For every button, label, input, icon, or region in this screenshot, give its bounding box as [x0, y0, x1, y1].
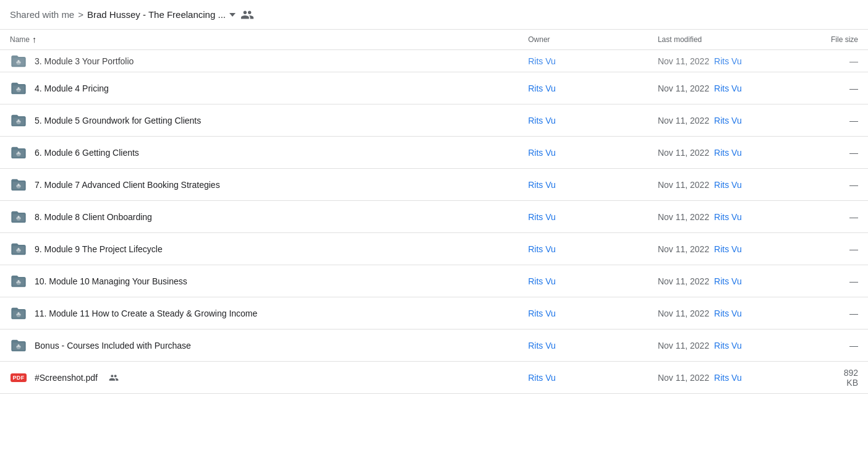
file-name[interactable]: 3. Module 3 Your Portfolio — [35, 56, 134, 66]
table-row[interactable]: 7. Module 7 Advanced Client Booking Stra… — [0, 169, 868, 201]
modifier-name[interactable]: Rits Vu — [714, 276, 742, 286]
name-cell: 3. Module 3 Your Portfolio — [0, 50, 518, 72]
th-name[interactable]: Name ↑ — [0, 30, 518, 50]
file-name[interactable]: 8. Module 8 Client Onboarding — [35, 212, 152, 222]
modified-cell: Nov 11, 2022 Rits Vu — [648, 201, 821, 233]
modifier-name[interactable]: Rits Vu — [714, 148, 742, 158]
name-cell: 7. Module 7 Advanced Client Booking Stra… — [0, 169, 518, 201]
size-cell: — — [821, 104, 868, 137]
svg-point-19 — [18, 344, 20, 346]
svg-point-5 — [18, 119, 20, 121]
file-name[interactable]: 4. Module 4 Pricing — [35, 83, 109, 93]
modified-cell: Nov 11, 2022 Rits Vu — [648, 233, 821, 265]
owner-cell[interactable]: Rits Vu — [518, 104, 648, 137]
breadcrumb-folder-name[interactable]: Brad Hussey - The Freelancing ... — [87, 9, 226, 20]
size-cell: — — [821, 137, 868, 169]
folder-icon — [10, 273, 27, 290]
sort-ascending-icon: ↑ — [32, 35, 36, 45]
svg-point-7 — [18, 151, 20, 153]
th-last-modified[interactable]: Last modified — [648, 30, 821, 50]
folder-icon — [10, 337, 27, 354]
modified-cell: Nov 11, 2022 Rits Vu — [648, 169, 821, 201]
file-name[interactable]: 6. Module 6 Getting Clients — [35, 148, 139, 158]
th-owner[interactable]: Owner — [518, 30, 648, 50]
file-name[interactable]: 11. Module 11 How to Create a Steady & G… — [35, 308, 257, 318]
modified-cell: Nov 11, 2022 Rits Vu — [648, 72, 821, 104]
table-row[interactable]: 8. Module 8 Client Onboarding Rits Vu No… — [0, 201, 868, 233]
name-cell: 5. Module 5 Groundwork for Getting Clien… — [0, 104, 518, 137]
table-row[interactable]: 11. Module 11 How to Create a Steady & G… — [0, 297, 868, 330]
name-cell: 6. Module 6 Getting Clients — [0, 137, 518, 169]
folder-icon — [10, 208, 27, 226]
svg-point-1 — [18, 60, 20, 62]
table-row[interactable]: 9. Module 9 The Project Lifecycle Rits V… — [0, 233, 868, 265]
file-name[interactable]: 9. Module 9 The Project Lifecycle — [35, 244, 163, 254]
modified-cell: Nov 11, 2022 Rits Vu — [648, 265, 821, 297]
size-cell: — — [821, 330, 868, 362]
folder-icon — [10, 112, 27, 129]
folder-icon — [10, 240, 27, 258]
modifier-name[interactable]: Rits Vu — [714, 116, 742, 125]
folder-icon — [10, 144, 27, 161]
breadcrumb-dropdown-icon[interactable] — [229, 13, 236, 17]
owner-cell[interactable]: Rits Vu — [518, 233, 648, 265]
modified-cell: Nov 11, 2022 Rits Vu — [648, 330, 821, 362]
table-row[interactable]: 10. Module 10 Managing Your Business Rit… — [0, 265, 868, 297]
size-cell: — — [821, 297, 868, 330]
name-cell: 4. Module 4 Pricing — [0, 72, 518, 104]
modified-cell: Nov 11, 2022 Rits Vu — [648, 104, 821, 137]
file-name[interactable]: 10. Module 10 Managing Your Business — [35, 276, 187, 286]
file-name[interactable]: #Screenshot.pdf — [35, 373, 98, 383]
svg-point-17 — [18, 312, 20, 314]
breadcrumb-separator: > — [78, 9, 83, 20]
file-name[interactable]: Bonus - Courses Included with Purchase — [35, 341, 191, 351]
folder-icon — [10, 176, 27, 193]
table-header-row: Name ↑ Owner Last modified File size — [0, 30, 868, 50]
folder-icon — [10, 305, 27, 322]
table-row[interactable]: 4. Module 4 Pricing Rits Vu Nov 11, 2022… — [0, 72, 868, 104]
svg-point-9 — [18, 184, 20, 185]
size-cell: — — [821, 50, 868, 72]
modifier-name[interactable]: Rits Vu — [714, 308, 742, 318]
breadcrumb-current-folder: Brad Hussey - The Freelancing ... — [87, 9, 236, 20]
modifier-name[interactable]: Rits Vu — [714, 180, 742, 190]
owner-cell[interactable]: Rits Vu — [518, 50, 648, 72]
breadcrumb-shared-with-me[interactable]: Shared with me — [10, 9, 74, 20]
modifier-name[interactable]: Rits Vu — [714, 341, 742, 351]
owner-cell[interactable]: Rits Vu — [518, 265, 648, 297]
owner-cell[interactable]: Rits Vu — [518, 330, 648, 362]
modifier-name[interactable]: Rits Vu — [714, 212, 742, 222]
table-row[interactable]: 5. Module 5 Groundwork for Getting Clien… — [0, 104, 868, 137]
modified-cell: Nov 11, 2022 Rits Vu — [648, 50, 821, 72]
file-name[interactable]: 5. Module 5 Groundwork for Getting Clien… — [35, 116, 201, 125]
modifier-name[interactable]: Rits Vu — [714, 83, 742, 93]
modifier-name[interactable]: Rits Vu — [714, 56, 742, 66]
table-row[interactable]: 6. Module 6 Getting Clients Rits Vu Nov … — [0, 137, 868, 169]
modified-cell: Nov 11, 2022 Rits Vu — [648, 362, 821, 394]
owner-cell[interactable]: Rits Vu — [518, 362, 648, 394]
th-file-size[interactable]: File size — [821, 30, 868, 50]
svg-point-3 — [18, 87, 20, 89]
owner-cell[interactable]: Rits Vu — [518, 137, 648, 169]
name-cell: 9. Module 9 The Project Lifecycle — [0, 233, 518, 265]
folder-icon — [10, 53, 27, 70]
modifier-name[interactable]: Rits Vu — [714, 373, 742, 383]
name-cell: 10. Module 10 Managing Your Business — [0, 265, 518, 297]
owner-cell[interactable]: Rits Vu — [518, 297, 648, 330]
size-cell: 892 KB — [821, 362, 868, 394]
owner-cell[interactable]: Rits Vu — [518, 72, 648, 104]
pdf-label: PDF — [11, 373, 27, 382]
name-cell: 8. Module 8 Client Onboarding — [0, 201, 518, 233]
owner-cell[interactable]: Rits Vu — [518, 201, 648, 233]
folder-icon — [10, 80, 27, 97]
table-row[interactable]: 3. Module 3 Your Portfolio Rits Vu Nov 1… — [0, 50, 868, 72]
file-name[interactable]: 7. Module 7 Advanced Client Booking Stra… — [35, 180, 220, 190]
shared-people-icon[interactable] — [240, 8, 254, 22]
table-row[interactable]: Bonus - Courses Included with Purchase R… — [0, 330, 868, 362]
owner-cell[interactable]: Rits Vu — [518, 169, 648, 201]
modifier-name[interactable]: Rits Vu — [714, 244, 742, 254]
svg-point-13 — [18, 248, 20, 250]
size-cell: — — [821, 233, 868, 265]
table-row[interactable]: PDF #Screenshot.pdf Rits Vu Nov 11, 2022… — [0, 362, 868, 394]
size-cell: — — [821, 201, 868, 233]
